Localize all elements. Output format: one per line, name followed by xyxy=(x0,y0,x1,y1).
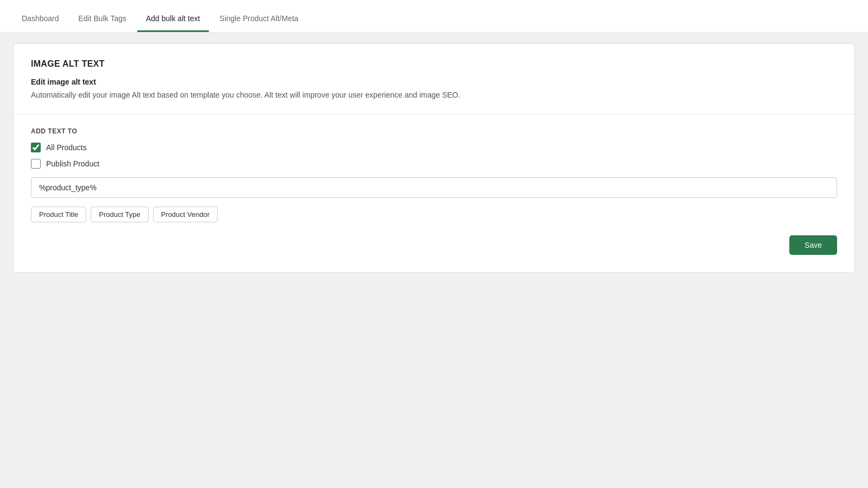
card-header: IMAGE ALT TEXT Edit image alt text Autom… xyxy=(14,44,854,114)
tab-dashboard[interactable]: Dashboard xyxy=(13,14,68,32)
card-title: IMAGE ALT TEXT xyxy=(31,59,837,69)
tab-add-bulk-alt-text[interactable]: Add bulk alt text xyxy=(137,14,209,32)
image-alt-text-card: IMAGE ALT TEXT Edit image alt text Autom… xyxy=(13,43,855,273)
all-products-checkbox[interactable] xyxy=(31,143,41,152)
top-navigation: Dashboard Edit Bulk Tags Add bulk alt te… xyxy=(0,0,868,33)
product-vendor-tag-button[interactable]: Product Vendor xyxy=(153,207,218,222)
section-label: ADD TEXT TO xyxy=(31,127,837,135)
main-content: IMAGE ALT TEXT Edit image alt text Autom… xyxy=(0,33,868,284)
all-products-checkbox-row: All Products xyxy=(31,143,837,152)
save-button[interactable]: Save xyxy=(789,235,837,255)
publish-product-checkbox[interactable] xyxy=(31,159,41,169)
card-subtitle: Edit image alt text xyxy=(31,78,837,86)
tag-buttons-row: Product Title Product Type Product Vendo… xyxy=(31,207,837,222)
tab-single-product-alt-meta[interactable]: Single Product Alt/Meta xyxy=(211,14,308,32)
product-type-tag-button[interactable]: Product Type xyxy=(91,207,148,222)
card-body: ADD TEXT TO All Products Publish Product… xyxy=(14,114,854,272)
product-title-tag-button[interactable]: Product Title xyxy=(31,207,86,222)
publish-product-checkbox-row: Publish Product xyxy=(31,159,837,169)
save-row: Save xyxy=(31,235,837,255)
publish-product-label: Publish Product xyxy=(46,159,99,168)
alt-text-template-input[interactable] xyxy=(31,177,837,198)
all-products-label: All Products xyxy=(46,143,87,152)
card-description: Automatically edit your image Alt text b… xyxy=(31,89,837,101)
tab-edit-bulk-tags[interactable]: Edit Bulk Tags xyxy=(70,14,135,32)
